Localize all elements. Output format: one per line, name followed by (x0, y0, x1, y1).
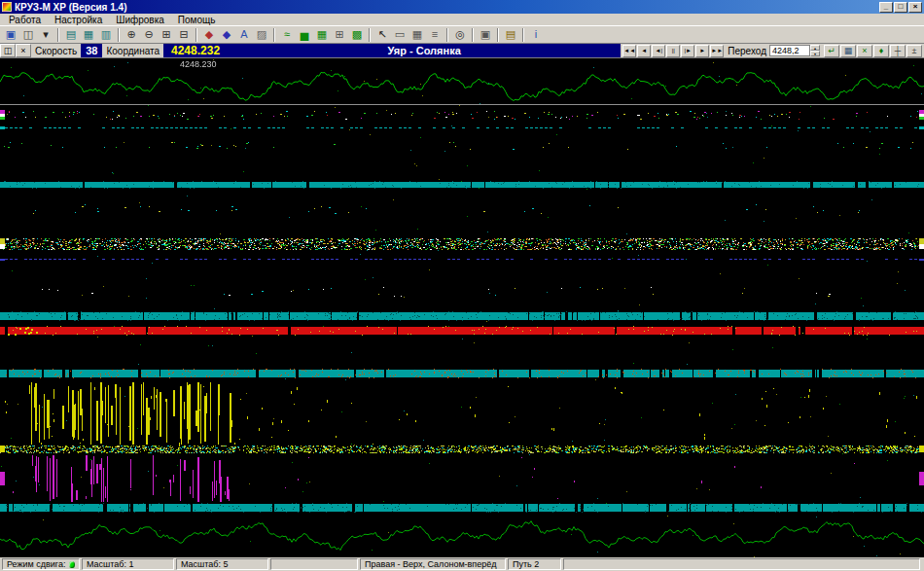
menu-work[interactable]: Работа (2, 15, 48, 25)
window-title: КРУЗ-М ХР (Версия 1.4) (15, 2, 878, 13)
cursor-button[interactable]: ↖ (373, 26, 391, 43)
app-icon (2, 2, 12, 12)
app-window: КРУЗ-М ХР (Версия 1.4) _ □ × РаботаНастр… (0, 0, 924, 571)
cipher-grid-button[interactable]: ▦ (80, 26, 97, 43)
goto-input[interactable] (769, 45, 810, 56)
shift-mode-led (69, 561, 75, 568)
hatch-button[interactable]: ▨ (253, 26, 270, 43)
status-shift-mode: Режим сдвига: (2, 558, 80, 570)
nav-buttons: ◄◄◄◄||||►►►► (622, 45, 725, 57)
spinner-down-icon[interactable]: ▾ (810, 51, 820, 56)
view-dropdown-button[interactable]: ▾ (37, 26, 54, 43)
menu-settings[interactable]: Настройка (48, 15, 109, 25)
close-button[interactable]: × (908, 2, 922, 13)
navigation-zone: ◄◄◄◄||||►►►► Переход ▴ ▾ ↵▦×♦┼± (621, 44, 924, 57)
chart-area: 4248.230 (0, 58, 924, 557)
nav-step-forward-button[interactable]: |► (681, 45, 694, 57)
section-title: Уяр - Солянка (228, 44, 621, 57)
toolbar: ▣◫▾▤▦▥⊕⊖⊞⊟◆◆A▨≈▅▦⊞▩↖▭▦≡◎▣▤i (0, 25, 924, 44)
status-scale-1: Масштаб: 1 (82, 558, 174, 570)
scale-up-horizontal-button[interactable]: ⊞ (158, 26, 175, 43)
toolbar-separator (472, 28, 474, 42)
report-table-button[interactable]: ▦ (840, 45, 856, 57)
trace-grid-button[interactable]: ▦ (313, 26, 331, 43)
title-bar: КРУЗ-М ХР (Версия 1.4) _ □ × (0, 0, 924, 14)
toolbar-separator (522, 28, 524, 42)
toolbar-separator (57, 28, 59, 42)
status-shift-mode-label: Режим сдвига: (7, 559, 65, 569)
toolbar-separator (446, 28, 448, 42)
nav-first-button[interactable]: ◄◄ (622, 45, 636, 57)
preview-button[interactable]: ◎ (451, 26, 469, 43)
detach-view-button[interactable]: ◫ (0, 44, 16, 57)
status-track-label: Путь 2 (513, 559, 539, 569)
menu-help[interactable]: Помощь (171, 15, 223, 25)
cipher-list-button[interactable]: ▥ (97, 26, 115, 43)
status-bar: Режим сдвига:Масштаб: 1Масштаб: 5Правая … (0, 557, 924, 571)
maximize-button[interactable]: □ (894, 2, 907, 13)
control-bar: ◫ × Скорость 38 Координата 4248.232 Уяр … (0, 44, 924, 58)
goto-spinner[interactable]: ▴ ▾ (810, 45, 820, 56)
nav-fast-forward-button[interactable]: ► (695, 45, 709, 57)
minimize-button[interactable]: _ (879, 2, 893, 13)
close-view-button[interactable]: × (16, 44, 31, 57)
nav-stop-button[interactable]: || (666, 45, 680, 57)
status-orientation: Правая - Верх, Салоном-вперёд (360, 558, 506, 570)
flag-button[interactable]: ♦ (873, 45, 889, 57)
trace-wave-button[interactable]: ≈ (278, 26, 296, 43)
coordinate-label: Координата (102, 44, 163, 57)
info-button[interactable]: i (527, 26, 545, 43)
toolbar-separator (369, 28, 371, 42)
scale-up-vertical-button[interactable]: ⊕ (123, 26, 140, 43)
trace-bars-button[interactable]: ▅ (296, 26, 313, 43)
grid-toggle-button[interactable]: ⊞ (331, 26, 348, 43)
status-spacer-1 (270, 558, 358, 570)
nav-step-back-button[interactable]: ◄| (652, 45, 665, 57)
print-button[interactable]: ▣ (477, 26, 494, 43)
view-blue-button[interactable]: ▣ (2, 26, 19, 43)
mark-button[interactable]: × (857, 45, 872, 57)
nav-fast-back-button[interactable]: ◄ (637, 45, 651, 57)
line-color-button[interactable]: ◆ (218, 26, 235, 43)
font-button[interactable]: A (235, 26, 253, 43)
status-scale-2-label: Масштаб: 5 (181, 559, 229, 569)
menu-bar: РаботаНастройкаШифровкаПомощь (0, 14, 924, 25)
scale-down-horizontal-button[interactable]: ⊟ (175, 26, 193, 43)
cipher-table-button[interactable]: ▤ (62, 26, 80, 43)
axis-button[interactable]: ± (906, 45, 922, 57)
channels-button[interactable]: ▩ (348, 26, 366, 43)
speed-label: Скорость (31, 44, 81, 57)
crosshair-button[interactable]: ┼ (890, 45, 906, 57)
coordinate-value: 4248.232 (163, 44, 228, 57)
status-spacer-2 (563, 558, 920, 570)
coordinate-marker-label: 4248.230 (180, 59, 217, 69)
fill-color-button[interactable]: ◆ (200, 26, 218, 43)
scale-down-vertical-button[interactable]: ⊖ (140, 26, 158, 43)
nav-last-button[interactable]: ►► (710, 45, 724, 57)
status-scale-2: Масштаб: 5 (176, 558, 268, 570)
speed-value: 38 (81, 44, 102, 57)
menu-encoding[interactable]: Шифровка (109, 15, 171, 25)
status-track: Путь 2 (508, 558, 561, 570)
toolbar-separator (118, 28, 120, 42)
measure-button[interactable]: ≡ (426, 26, 444, 43)
nav-tools: ↵▦×♦┼± (823, 45, 922, 57)
status-orientation-label: Правая - Верх, Салоном-вперёд (365, 559, 497, 569)
chart-canvas[interactable] (0, 58, 924, 557)
goto-label: Переход (725, 46, 769, 56)
data-table-button[interactable]: ▦ (409, 26, 426, 43)
toolbar-separator (195, 28, 197, 42)
goto-apply-button[interactable]: ↵ (824, 45, 839, 57)
toolbar-separator (273, 28, 275, 42)
view-plain-button[interactable]: ◫ (19, 26, 37, 43)
select-region-button[interactable]: ▭ (391, 26, 409, 43)
save-report-button[interactable]: ▤ (502, 26, 519, 43)
status-scale-1-label: Масштаб: 1 (87, 559, 134, 569)
toolbar-separator (497, 28, 499, 42)
